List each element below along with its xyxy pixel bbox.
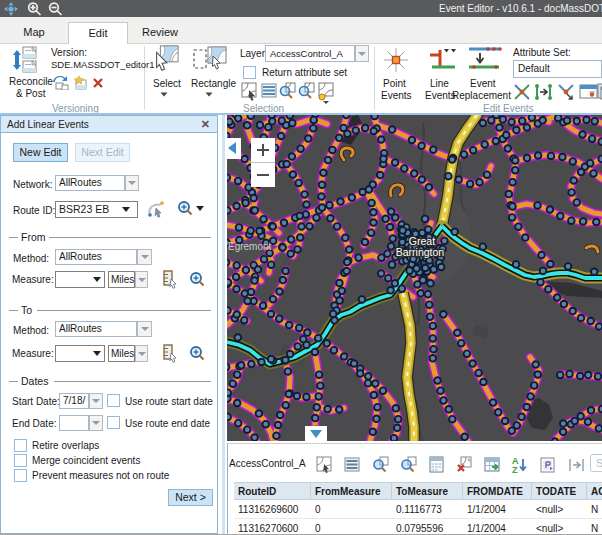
svg-text:Egremont: Egremont: [228, 241, 272, 252]
svg-text:Barrington: Barrington: [396, 246, 445, 258]
svg-text:Z: Z: [512, 465, 518, 474]
